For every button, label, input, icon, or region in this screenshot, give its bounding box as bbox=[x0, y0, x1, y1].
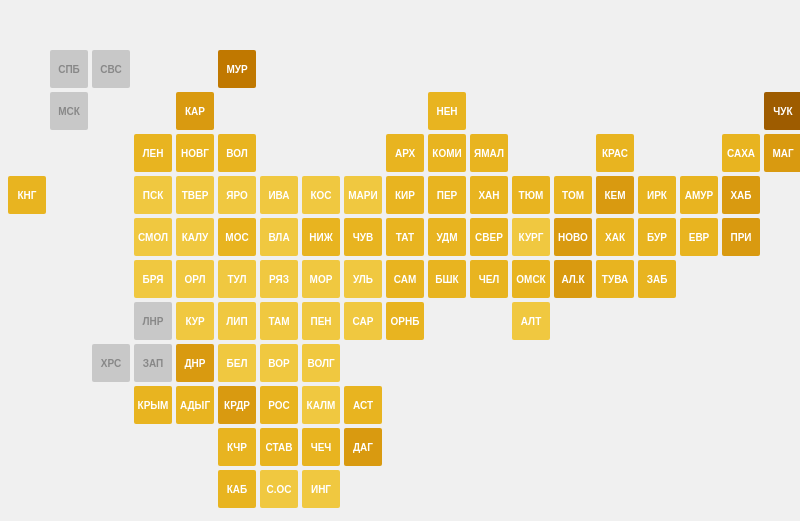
cell-ornb[interactable]: ОРНБ bbox=[386, 302, 424, 340]
cell-kalu[interactable]: КАЛУ bbox=[176, 218, 214, 256]
cell-kras[interactable]: КРАС bbox=[596, 134, 634, 172]
cell-udm[interactable]: УДМ bbox=[428, 218, 466, 256]
cell-tyum[interactable]: ТЮМ bbox=[512, 176, 550, 214]
cell-stav[interactable]: СТАВ bbox=[260, 428, 298, 466]
cell-spb[interactable]: СПБ bbox=[50, 50, 88, 88]
cell-tam[interactable]: ТАМ bbox=[260, 302, 298, 340]
cell-tat[interactable]: ТАТ bbox=[386, 218, 424, 256]
cell-mor[interactable]: МОР bbox=[302, 260, 340, 298]
cell-mag[interactable]: МАГ bbox=[764, 134, 800, 172]
cell-mos[interactable]: МОС bbox=[218, 218, 256, 256]
cell-brya[interactable]: БРЯ bbox=[134, 260, 172, 298]
cell-yaro[interactable]: ЯРО bbox=[218, 176, 256, 214]
cell-sar[interactable]: САР bbox=[344, 302, 382, 340]
cell-chel[interactable]: ЧЕЛ bbox=[470, 260, 508, 298]
cell-kem[interactable]: КЕМ bbox=[596, 176, 634, 214]
cell-kos[interactable]: КОС bbox=[302, 176, 340, 214]
cell-dnr[interactable]: ДНР bbox=[176, 344, 214, 382]
cell-len[interactable]: ЛЕН bbox=[134, 134, 172, 172]
cell-bsh[interactable]: БШК bbox=[428, 260, 466, 298]
cell-novg[interactable]: НОВГ bbox=[176, 134, 214, 172]
cell-zap[interactable]: ЗАП bbox=[134, 344, 172, 382]
cell-evr[interactable]: ЕВР bbox=[680, 218, 718, 256]
cell-zab[interactable]: ЗАБ bbox=[638, 260, 676, 298]
cell-ast[interactable]: АСТ bbox=[344, 386, 382, 424]
cell-iva[interactable]: ИВА bbox=[260, 176, 298, 214]
cell-volg[interactable]: ВОЛГ bbox=[302, 344, 340, 382]
cell-irk[interactable]: ИРК bbox=[638, 176, 676, 214]
cell-msk[interactable]: МСК bbox=[50, 92, 88, 130]
cell-krym[interactable]: КРЫМ bbox=[134, 386, 172, 424]
cell-tver[interactable]: ТВЕР bbox=[176, 176, 214, 214]
cell-arh[interactable]: АРХ bbox=[386, 134, 424, 172]
cell-nen[interactable]: НЕН bbox=[428, 92, 466, 130]
cell-ros[interactable]: РОС bbox=[260, 386, 298, 424]
map-container: СПБСВСМУРМСККАРНЕНЧУККАМЛЕННОВГВОЛАРХКОМ… bbox=[0, 0, 800, 521]
cell-krdr[interactable]: КРДР bbox=[218, 386, 256, 424]
cell-smol[interactable]: СМОЛ bbox=[134, 218, 172, 256]
cell-mari[interactable]: МАРИ bbox=[344, 176, 382, 214]
cell-hab[interactable]: ХАБ bbox=[722, 176, 760, 214]
cell-kalm[interactable]: КАЛМ bbox=[302, 386, 340, 424]
cell-sam[interactable]: САМ bbox=[386, 260, 424, 298]
cell-novo[interactable]: НОВО bbox=[554, 218, 592, 256]
cell-alt[interactable]: АЛТ bbox=[512, 302, 550, 340]
cell-kab[interactable]: КАБ bbox=[218, 470, 256, 508]
cell-orl[interactable]: ОРЛ bbox=[176, 260, 214, 298]
cell-lnr[interactable]: ЛНР bbox=[134, 302, 172, 340]
cell-svc[interactable]: СВС bbox=[92, 50, 130, 88]
cell-alk[interactable]: АЛ.К bbox=[554, 260, 592, 298]
cell-tul[interactable]: ТУЛ bbox=[218, 260, 256, 298]
cell-bel[interactable]: БЕЛ bbox=[218, 344, 256, 382]
cell-mur[interactable]: МУР bbox=[218, 50, 256, 88]
cell-hrc[interactable]: ХРС bbox=[92, 344, 130, 382]
cell-pen[interactable]: ПЕН bbox=[302, 302, 340, 340]
cell-psk[interactable]: ПСК bbox=[134, 176, 172, 214]
cell-bur[interactable]: БУР bbox=[638, 218, 676, 256]
cell-sos[interactable]: С.ОС bbox=[260, 470, 298, 508]
cell-ul[interactable]: УЛЬ bbox=[344, 260, 382, 298]
cell-vor[interactable]: ВОР bbox=[260, 344, 298, 382]
cell-yamal[interactable]: ЯМАЛ bbox=[470, 134, 508, 172]
cell-kur[interactable]: КУР bbox=[176, 302, 214, 340]
cell-adyg[interactable]: АДЫГ bbox=[176, 386, 214, 424]
cell-lip[interactable]: ЛИП bbox=[218, 302, 256, 340]
cell-tom[interactable]: ТОМ bbox=[554, 176, 592, 214]
cell-kchr[interactable]: КЧР bbox=[218, 428, 256, 466]
cell-amur[interactable]: АМУР bbox=[680, 176, 718, 214]
cell-nizh[interactable]: НИЖ bbox=[302, 218, 340, 256]
cell-han[interactable]: ХАН bbox=[470, 176, 508, 214]
cell-komi[interactable]: КОМИ bbox=[428, 134, 466, 172]
cell-per[interactable]: ПЕР bbox=[428, 176, 466, 214]
cell-saha[interactable]: САХА bbox=[722, 134, 760, 172]
cell-kar[interactable]: КАР bbox=[176, 92, 214, 130]
cell-ing[interactable]: ИНГ bbox=[302, 470, 340, 508]
cell-hak[interactable]: ХАК bbox=[596, 218, 634, 256]
cell-kir[interactable]: КИР bbox=[386, 176, 424, 214]
cell-chv[interactable]: ЧУВ bbox=[344, 218, 382, 256]
cell-omsk[interactable]: ОМСК bbox=[512, 260, 550, 298]
cell-tuva[interactable]: ТУВА bbox=[596, 260, 634, 298]
cell-dag[interactable]: ДАГ bbox=[344, 428, 382, 466]
cell-sver[interactable]: СВЕР bbox=[470, 218, 508, 256]
cell-chech[interactable]: ЧЕЧ bbox=[302, 428, 340, 466]
cell-chuk[interactable]: ЧУК bbox=[764, 92, 800, 130]
cell-ryz[interactable]: РЯЗ bbox=[260, 260, 298, 298]
cell-kng[interactable]: КНГ bbox=[8, 176, 46, 214]
cell-vol[interactable]: ВОЛ bbox=[218, 134, 256, 172]
cell-kurg[interactable]: КУРГ bbox=[512, 218, 550, 256]
cell-pri[interactable]: ПРИ bbox=[722, 218, 760, 256]
cell-vla[interactable]: ВЛА bbox=[260, 218, 298, 256]
